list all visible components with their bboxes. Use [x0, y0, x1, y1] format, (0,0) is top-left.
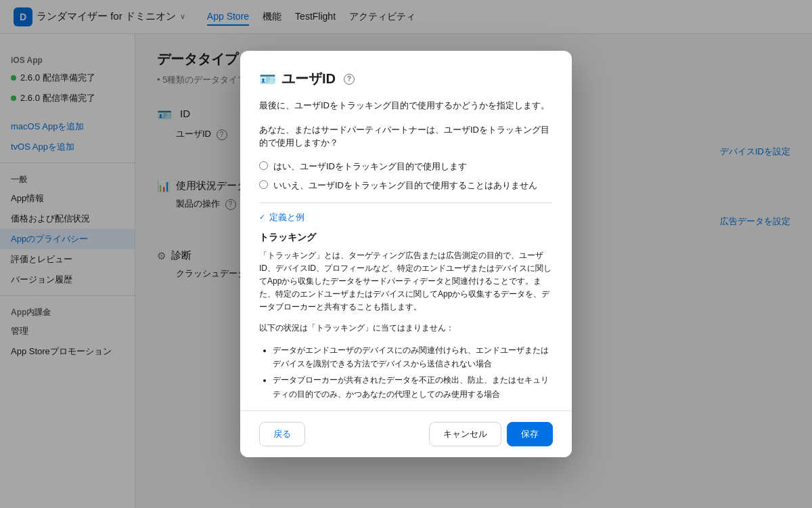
modal-title-text: ユーザID — [281, 70, 336, 88]
tracking-not-applies: 以下の状況は「トラッキング」に当てはまりません： — [259, 322, 553, 335]
modal: 🪪 ユーザID ? 最後に、ユーザIDをトラッキング目的で使用するかどうかを指定… — [240, 51, 572, 457]
modal-overlay: 🪪 ユーザID ? 最後に、ユーザIDをトラッキング目的で使用するかどうかを指定… — [0, 0, 812, 508]
modal-title: 🪪 ユーザID ? — [259, 70, 553, 88]
tracking-bullet-1: データがエンドユーザのデバイスにのみ関連付けられ、エンドユーザまたはデバイスを識… — [273, 343, 553, 371]
tracking-bullets: データがエンドユーザのデバイスにのみ関連付けられ、エンドユーザまたはデバイスを識… — [259, 343, 553, 402]
modal-title-icon: 🪪 — [259, 71, 276, 87]
definition-section: ✓ 定義と例 トラッキング 「トラッキング」とは、ターゲティング広告または広告測… — [259, 203, 553, 411]
modal-footer: 戻る キャンセル 保存 — [240, 410, 572, 457]
radio-no-input[interactable] — [259, 180, 268, 189]
radio-group: はい、ユーザIDをトラッキング目的で使用します いいえ、ユーザIDをトラッキング… — [259, 161, 553, 192]
tracking-body: 「トラッキング」とは、ターゲティング広告または広告測定の目的で、ユーザID、デバ… — [259, 249, 553, 314]
modal-body: 🪪 ユーザID ? 最後に、ユーザIDをトラッキング目的で使用するかどうかを指定… — [240, 51, 572, 410]
tracking-term: トラッキング — [259, 232, 553, 244]
definition-toggle-label: 定義と例 — [269, 211, 304, 224]
modal-question-mark[interactable]: ? — [344, 74, 355, 85]
modal-question: あなた、またはサードパーティパートナーは、ユーザIDをトラッキング目的で使用しま… — [259, 123, 553, 150]
back-button[interactable]: 戻る — [259, 422, 305, 446]
modal-footer-right: キャンセル 保存 — [429, 422, 553, 446]
chevron-down-icon: ✓ — [259, 213, 265, 221]
radio-yes-label: はい、ユーザIDをトラッキング目的で使用します — [273, 161, 467, 173]
tracking-bullet-2: データブローカーが共有されたデータを不正の検出、防止、またはセキュリティの目的で… — [273, 373, 553, 401]
radio-no-label: いいえ、ユーザIDをトラッキング目的で使用することはありません — [273, 179, 537, 192]
save-button[interactable]: 保存 — [507, 422, 553, 446]
radio-no[interactable]: いいえ、ユーザIDをトラッキング目的で使用することはありません — [259, 179, 553, 192]
radio-yes-input[interactable] — [259, 161, 268, 170]
modal-description: 最後に、ユーザIDをトラッキング目的で使用するかどうかを指定します。 — [259, 99, 553, 112]
cancel-button[interactable]: キャンセル — [429, 422, 501, 446]
definition-toggle[interactable]: ✓ 定義と例 — [259, 211, 553, 224]
radio-yes[interactable]: はい、ユーザIDをトラッキング目的で使用します — [259, 161, 553, 173]
